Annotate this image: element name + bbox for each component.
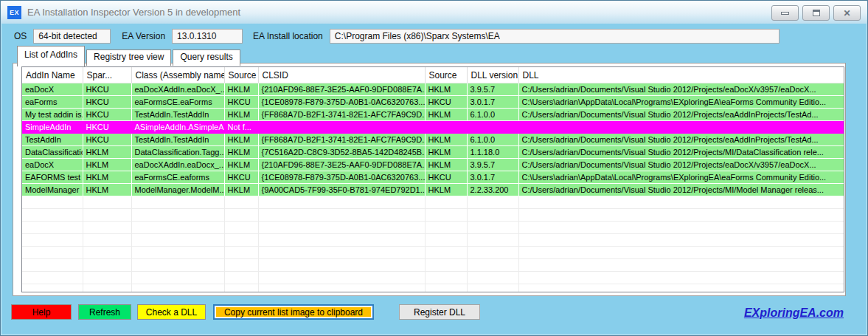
- table-cell: ModelManager.ModelM...: [131, 184, 224, 196]
- table-cell: HKLM: [83, 146, 131, 159]
- table-row[interactable]: [22, 222, 844, 234]
- table-cell: [83, 196, 131, 209]
- app-window: EX EA Installation Inspector Version 5 i…: [0, 0, 868, 336]
- copy-list-image-button[interactable]: Copy current list image to clipboard: [213, 304, 374, 320]
- table-cell: HKLM: [224, 134, 258, 146]
- check-a-dll-button[interactable]: Check a DLL: [137, 304, 206, 320]
- table-cell: [83, 247, 131, 259]
- table-cell: [467, 272, 518, 284]
- table-row[interactable]: SimpleAddInHKCUASimpleAddIn.ASimpleA...N…: [22, 121, 844, 134]
- table-row[interactable]: My test addin is...HKCUTestAddIn.TestAdd…: [22, 109, 844, 121]
- ea-version-field[interactable]: 13.0.1310: [172, 29, 243, 44]
- table-row[interactable]: TestAddInHKCUTestAddIn.TestAddInHKLM{FF8…: [22, 134, 844, 146]
- maximize-button[interactable]: [802, 5, 830, 21]
- table-row[interactable]: [22, 259, 844, 272]
- table-cell: [224, 222, 258, 234]
- table-cell: [518, 234, 844, 247]
- table-cell: [258, 209, 425, 222]
- table-cell: 3.9.5.7: [467, 83, 518, 96]
- table-row[interactable]: [22, 196, 844, 209]
- table-cell: [224, 234, 258, 247]
- table-cell: [83, 209, 131, 222]
- table-row[interactable]: eaDocXHKCUeaDocXAddIn.eaDocX_...HKLM{210…: [22, 83, 844, 96]
- addin-table: AddIn Name Spar... Class (Assembly name)…: [22, 67, 844, 292]
- addin-listview[interactable]: AddIn Name Spar... Class (Assembly name)…: [21, 66, 844, 292]
- table-cell: Not f...: [224, 121, 258, 134]
- help-button[interactable]: Help: [11, 304, 72, 320]
- table-cell: {210AFD96-88E7-3E25-AAF0-9DFD088E7A...: [258, 159, 425, 171]
- table-row[interactable]: [22, 247, 844, 259]
- table-cell: eaDocX: [22, 159, 83, 171]
- table-cell: HKLM: [224, 109, 258, 121]
- table-cell: {1CE08978-F879-375D-A0B1-0AC6320763...: [258, 171, 425, 184]
- table-row[interactable]: DataClassificationHKLMDataClassification…: [22, 146, 844, 159]
- col-header-class[interactable]: Class (Assembly name): [131, 67, 224, 83]
- col-header-addin-name[interactable]: AddIn Name: [22, 67, 83, 83]
- table-cell: [22, 272, 83, 284]
- table-cell: HKLM: [224, 83, 258, 96]
- table-cell: 3.0.1.7: [467, 171, 518, 184]
- table-row[interactable]: [22, 272, 844, 284]
- table-cell: [22, 259, 83, 272]
- table-cell: [425, 247, 467, 259]
- exploringea-link[interactable]: EXploringEA.com: [744, 306, 844, 320]
- app-icon: EX: [7, 6, 21, 19]
- table-cell: 3.9.5.7: [467, 159, 518, 171]
- table-cell: [518, 209, 844, 222]
- register-dll-button[interactable]: Register DLL: [399, 304, 480, 320]
- table-cell: [83, 284, 131, 293]
- os-label: OS: [14, 31, 27, 41]
- table-row[interactable]: ModelManagerHKLMModelManager.ModelM...HK…: [22, 184, 844, 196]
- addin-table-body: eaDocXHKCUeaDocXAddIn.eaDocX_...HKLM{210…: [22, 83, 844, 293]
- os-value-field[interactable]: 64-bit detected: [33, 29, 111, 44]
- table-cell: HKCU: [224, 171, 258, 184]
- table-cell: [22, 196, 83, 209]
- col-header-source-1[interactable]: Source: [224, 67, 258, 83]
- table-cell: 6.1.0.0: [467, 134, 518, 146]
- footer-toolbar: Help Refresh Check a DLL Copy current li…: [11, 304, 480, 320]
- table-cell: HKCU: [83, 96, 131, 109]
- table-cell: HKLM: [83, 171, 131, 184]
- title-bar[interactable]: EX EA Installation Inspector Version 5 i…: [1, 1, 867, 24]
- table-cell: {1CE08978-F879-375D-A0B1-0AC6320763...: [258, 96, 425, 109]
- table-cell: DataClassification: [22, 146, 83, 159]
- table-row[interactable]: eaDocXHKLMeaDocXAddIn.eaDocx_...HKLM{210…: [22, 159, 844, 171]
- table-cell: [83, 222, 131, 234]
- table-row[interactable]: [22, 209, 844, 222]
- table-cell: [467, 284, 518, 293]
- col-header-source-2[interactable]: Source: [425, 67, 467, 83]
- table-cell: HKCU: [224, 96, 258, 109]
- install-location-field[interactable]: C:\Program Files (x86)\Sparx Systems\EA: [330, 29, 780, 44]
- table-cell: 3.0.1.7: [467, 96, 518, 109]
- tab-query-results[interactable]: Query results: [173, 49, 240, 66]
- table-cell: [467, 196, 518, 209]
- install-location-label: EA Install location: [253, 31, 323, 41]
- refresh-button[interactable]: Refresh: [78, 304, 131, 320]
- col-header-clsid[interactable]: CLSID: [258, 67, 425, 83]
- table-row[interactable]: EAFORMS testHKLMeaFormsCE.eaformsHKCU{1C…: [22, 171, 844, 184]
- col-header-dll-version[interactable]: DLL version: [467, 67, 518, 83]
- table-cell: [131, 272, 224, 284]
- tab-list-of-addins[interactable]: List of AddIns: [17, 46, 85, 66]
- table-cell: [224, 259, 258, 272]
- col-header-sparx[interactable]: Spar...: [83, 67, 131, 83]
- table-cell: HKLM: [425, 109, 467, 121]
- table-row[interactable]: eaFormsHKCUeaFormsCE.eaFormsHKCU{1CE0897…: [22, 96, 844, 109]
- table-cell: [258, 121, 425, 134]
- table-cell: C:\Users\adrian\AppData\Local\Programs\E…: [518, 96, 844, 109]
- table-cell: HKLM: [425, 134, 467, 146]
- table-cell: C:/Users/adrian/Documents/Visual Studio …: [518, 134, 844, 146]
- table-cell: [131, 259, 224, 272]
- col-header-dll[interactable]: DLL: [518, 67, 844, 83]
- close-button[interactable]: ✕: [833, 5, 861, 21]
- minimize-button[interactable]: [771, 5, 799, 21]
- table-cell: [22, 247, 83, 259]
- table-row[interactable]: [22, 234, 844, 247]
- table-cell: ModelManager: [22, 184, 83, 196]
- table-cell: [258, 272, 425, 284]
- tab-registry-tree-view[interactable]: Registry tree view: [86, 49, 171, 66]
- table-cell: DataClassification.Tagg...: [131, 146, 224, 159]
- table-cell: [518, 259, 844, 272]
- table-row[interactable]: [22, 284, 844, 293]
- table-cell: [258, 259, 425, 272]
